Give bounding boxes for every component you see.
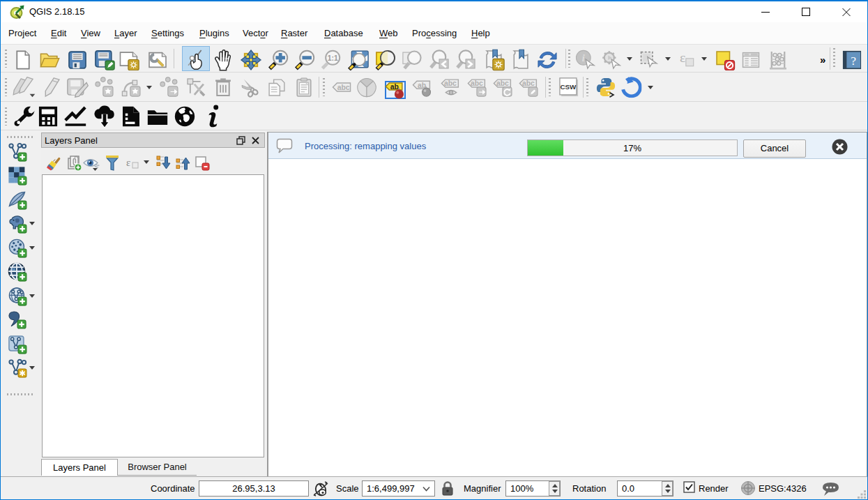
svg-text:abc: abc	[471, 79, 483, 87]
svg-text:1:1: 1:1	[328, 54, 338, 62]
svg-text:ab: ab	[390, 83, 399, 91]
svg-text:abc: abc	[496, 79, 509, 87]
svg-text:?: ?	[851, 54, 856, 68]
svg-text:ε: ε	[680, 50, 685, 65]
svg-text:ε: ε	[126, 157, 130, 168]
svg-text:abc: abc	[444, 79, 457, 87]
svg-text:abc: abc	[337, 84, 350, 91]
svg-text:ab: ab	[418, 82, 426, 89]
svg-text:i: i	[582, 52, 585, 63]
svg-text:CSW: CSW	[560, 83, 577, 91]
svg-text:abc: abc	[522, 79, 535, 87]
